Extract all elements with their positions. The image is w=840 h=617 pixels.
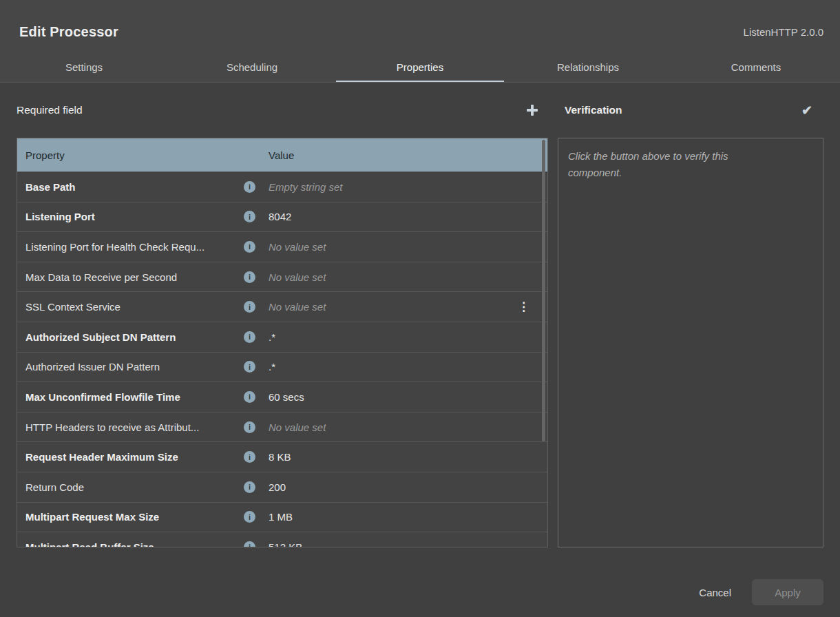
property-name: Listening Port: [25, 211, 244, 222]
property-row[interactable]: Multipart Read Buffer Size i 512 KB ⋮: [17, 532, 547, 547]
dialog-title: Edit Processor: [19, 24, 118, 40]
property-name: HTTP Headers to receive as Attribut...: [25, 421, 244, 433]
info-icon[interactable]: i: [244, 541, 255, 547]
property-value[interactable]: 200: [269, 481, 547, 493]
tab-bar: Settings Scheduling Properties Relations…: [0, 52, 840, 82]
tab-scheduling[interactable]: Scheduling: [168, 52, 336, 82]
tab-comments[interactable]: Comments: [672, 52, 840, 82]
verify-button[interactable]: ✔: [801, 104, 812, 117]
property-name: Listening Port for Health Check Requ...: [25, 241, 244, 253]
info-icon[interactable]: i: [244, 181, 255, 193]
dialog-header: Edit Processor ListenHTTP 2.0.0 Settings…: [0, 0, 840, 83]
property-name: Max Unconfirmed Flowfile Time: [25, 391, 244, 403]
property-row[interactable]: HTTP Headers to receive as Attribut... i…: [17, 412, 547, 442]
apply-button[interactable]: Apply: [752, 579, 823, 605]
property-value[interactable]: No value set: [269, 301, 518, 313]
properties-table-header: Property Value: [17, 138, 547, 171]
property-value[interactable]: No value set: [269, 271, 547, 283]
property-value[interactable]: No value set: [269, 241, 547, 253]
tab-properties[interactable]: Properties: [336, 52, 504, 82]
table-scrollbar[interactable]: [542, 140, 545, 441]
info-icon[interactable]: i: [244, 241, 255, 253]
property-value[interactable]: 512 KB: [269, 541, 547, 547]
property-value[interactable]: 8 KB: [269, 451, 547, 463]
add-property-button[interactable]: [527, 105, 538, 116]
required-field-label: Required field: [17, 104, 83, 116]
property-row[interactable]: Base Path i Empty string set ⋮: [17, 171, 547, 202]
tab-label: Settings: [65, 61, 103, 73]
info-icon[interactable]: i: [244, 331, 255, 343]
property-name: Authorized Issuer DN Pattern: [25, 361, 244, 373]
column-header-value: Value: [269, 149, 294, 161]
verification-panel: Click the button above to verify this co…: [558, 138, 823, 547]
verification-column: Verification ✔ Click the button above to…: [558, 83, 823, 551]
property-row[interactable]: Listening Port for Health Check Requ... …: [17, 231, 547, 262]
property-name: SSL Context Service: [25, 301, 244, 313]
tab-label: Properties: [397, 61, 443, 73]
property-row[interactable]: SSL Context Service i No value set ⋮: [17, 291, 547, 322]
info-icon[interactable]: i: [244, 271, 255, 283]
info-icon[interactable]: i: [244, 481, 255, 493]
property-name: Multipart Read Buffer Size: [25, 541, 244, 547]
property-value[interactable]: 60 secs: [269, 391, 547, 403]
info-icon[interactable]: i: [244, 451, 255, 463]
info-icon[interactable]: i: [244, 391, 255, 403]
property-name: Max Data to Receive per Second: [25, 271, 244, 283]
column-header-property: Property: [25, 149, 269, 161]
tab-relationships[interactable]: Relationships: [504, 52, 672, 82]
cancel-button[interactable]: Cancel: [699, 587, 731, 598]
property-value[interactable]: .*: [269, 361, 547, 373]
edit-processor-dialog: Edit Processor ListenHTTP 2.0.0 Settings…: [0, 0, 840, 617]
property-name: Request Header Maximum Size: [25, 451, 244, 463]
tab-label: Relationships: [557, 61, 619, 73]
tab-label: Scheduling: [227, 61, 277, 73]
check-icon: ✔: [801, 103, 812, 118]
property-row[interactable]: Authorized Subject DN Pattern i .* ⋮: [17, 322, 547, 352]
property-value[interactable]: Empty string set: [269, 181, 547, 193]
property-row[interactable]: Return Code i 200 ⋮: [17, 472, 547, 502]
property-row[interactable]: Max Unconfirmed Flowfile Time i 60 secs …: [17, 381, 547, 412]
property-name: Multipart Request Max Size: [25, 511, 244, 523]
property-row[interactable]: Max Data to Receive per Second i No valu…: [17, 262, 547, 292]
dialog-footer: Cancel Apply: [0, 551, 840, 617]
processor-version: ListenHTTP 2.0.0: [744, 26, 823, 38]
tab-label: Comments: [731, 61, 781, 73]
verification-message: Click the button above to verify this co…: [568, 148, 775, 181]
tab-settings[interactable]: Settings: [0, 52, 168, 82]
info-icon[interactable]: i: [244, 361, 255, 373]
kebab-menu-icon[interactable]: ⋮: [518, 301, 529, 313]
properties-table: Property Value Base Path i Empty string …: [17, 138, 548, 547]
properties-column: Required field Property Value Base Path …: [17, 83, 548, 551]
property-value[interactable]: .*: [269, 331, 547, 343]
info-icon[interactable]: i: [244, 421, 255, 433]
dialog-body: Required field Property Value Base Path …: [0, 83, 840, 551]
property-row[interactable]: Authorized Issuer DN Pattern i .* ⋮: [17, 352, 547, 382]
property-row[interactable]: Multipart Request Max Size i 1 MB ⋮: [17, 502, 547, 532]
info-icon[interactable]: i: [244, 511, 255, 523]
property-value[interactable]: 8042: [269, 211, 547, 222]
property-name: Base Path: [25, 181, 244, 193]
property-name: Return Code: [25, 481, 244, 493]
property-name: Authorized Subject DN Pattern: [25, 331, 244, 343]
verification-label: Verification: [558, 104, 622, 116]
info-icon[interactable]: i: [244, 301, 255, 313]
info-icon[interactable]: i: [244, 211, 255, 222]
property-value[interactable]: 1 MB: [269, 511, 547, 523]
property-row[interactable]: Request Header Maximum Size i 8 KB ⋮: [17, 441, 547, 472]
properties-table-body: Base Path i Empty string set ⋮ Listening…: [17, 171, 547, 547]
property-value[interactable]: No value set: [269, 421, 547, 433]
property-row[interactable]: Listening Port i 8042 ⋮: [17, 202, 547, 232]
